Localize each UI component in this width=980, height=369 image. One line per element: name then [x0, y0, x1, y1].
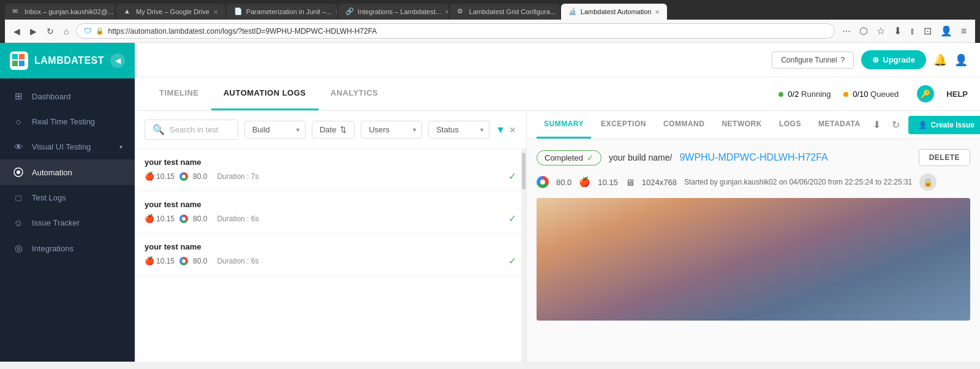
test-name-2: your test name [145, 200, 516, 209]
help-text[interactable]: HELP [946, 89, 968, 99]
test-status-2: ✓ [508, 213, 516, 224]
log-tab-actions: ⬇ ↻ 👤 Create Issue [870, 116, 980, 134]
search-icon: 🔍 [153, 124, 165, 135]
started-text: Started by gunjan.kaushik02 on 04/06/202… [684, 178, 912, 186]
build-id-link[interactable]: 9WPHU-MDPWC-HDLWH-H72FA [679, 152, 827, 163]
log-tab-network[interactable]: NETWORK [714, 111, 769, 139]
toolbar-actions: ··· ⬡ ☆ ⬇ ⫾ ⊡ 👤 ≡ [840, 24, 969, 38]
test-item-1[interactable]: your test name 🍎 10.15 80.0 Duration : 7… [135, 149, 526, 191]
browser-tab-4[interactable]: 🔗 Integrations – Lambdatest... ✕ [338, 4, 448, 20]
fullscreen-icon[interactable]: ⊡ [921, 24, 934, 38]
status-select[interactable]: Status [428, 121, 489, 139]
sidebar-item-real-time[interactable]: ○ Real Time Testing [0, 109, 135, 134]
tab-analytics[interactable]: ANALYTICS [318, 77, 391, 110]
home-button[interactable]: ⌂ [61, 24, 71, 39]
apple-icon-1: 🍎 [145, 172, 154, 181]
search-wrapper[interactable]: 🔍 [145, 120, 238, 140]
user-profile-icon[interactable]: 👤 [954, 53, 968, 67]
queued-dot [843, 92, 848, 97]
tab-timeline[interactable]: TIMELINE [147, 77, 211, 110]
configure-tunnel-button[interactable]: Configure Tunnel ? [772, 51, 854, 69]
download-icon[interactable]: ⬇ [891, 24, 904, 38]
tab-close-5[interactable]: ✕ [559, 9, 560, 15]
running-label: Running [801, 89, 831, 99]
browser-tab-6[interactable]: 🔬 Lambdatest Automation ✕ [561, 4, 668, 20]
tab-favicon-6: 🔬 [568, 7, 577, 16]
tabs-status: 0/2 Running 0/10 Queued 🔑 HELP [778, 85, 968, 102]
browser-tab-5[interactable]: ⚙ Lambdatest Grid Configura... ✕ [450, 4, 560, 20]
back-button[interactable]: ◀ [11, 24, 23, 39]
build-select[interactable]: Build [244, 121, 306, 139]
browser-tab-2[interactable]: ▲ My Drive – Google Drive ✕ [116, 4, 225, 20]
sidebar-item-label-test-logs: Test Logs [32, 193, 66, 202]
completed-label: Completed [545, 153, 583, 162]
sidebar-item-automation[interactable]: Automation [0, 159, 135, 185]
logo-home-icon[interactable] [10, 51, 28, 70]
date-sort-icon: ⇅ [340, 125, 347, 134]
upgrade-circle-icon: ⊕ [872, 55, 879, 64]
sidebar-item-dashboard[interactable]: ⊞ Dashboard [0, 83, 135, 109]
test-os-2: 🍎 10.15 [145, 214, 175, 223]
sidebar-item-integrations[interactable]: ◎ Integrations [0, 235, 135, 261]
key-icon[interactable]: 🔑 [917, 85, 934, 102]
sidebar-item-visual-ui[interactable]: 👁 Visual UI Testing ▾ [0, 134, 135, 159]
test-item-2[interactable]: your test name 🍎 10.15 80.0 Duration : 6… [135, 191, 526, 234]
browser-tab-1[interactable]: ✉ Inbox – gunjan.kaushik02@... ✕ [5, 4, 115, 20]
more-options-icon[interactable]: ··· [840, 25, 853, 38]
test-item-3[interactable]: your test name 🍎 10.15 80.0 Duration : 6… [135, 234, 526, 276]
search-input[interactable] [170, 125, 230, 134]
profile-icon[interactable]: 👤 [938, 24, 955, 38]
scroll-thumb[interactable] [522, 153, 526, 189]
log-tab-summary[interactable]: SUMMARY [537, 111, 591, 139]
forward-button[interactable]: ▶ [28, 24, 39, 39]
delete-button[interactable]: DELETE [919, 149, 970, 166]
os-version-detail: 10.15 [598, 178, 618, 187]
chrome-icon-3 [179, 257, 188, 265]
filter-funnel-icon[interactable]: ▼ [496, 124, 505, 135]
create-issue-button[interactable]: 👤 Create Issue [908, 116, 980, 134]
tab-label-5: Lambdatest Grid Configura... [469, 8, 556, 15]
tab-label-2: My Drive – Google Drive [136, 8, 209, 15]
test-list: your test name 🍎 10.15 80.0 Duration : 7… [135, 149, 526, 362]
sidebar-item-label-integrations: Integrations [32, 244, 74, 253]
browser-tab-3[interactable]: 📄 Parameterization in Junit –... ✕ [227, 4, 337, 20]
address-bar[interactable]: 🛡 🔒 https://automation.lambdatest.com/lo… [76, 23, 835, 39]
test-name-1: your test name [145, 158, 516, 167]
sidebar-item-test-logs[interactable]: □ Test Logs [0, 185, 135, 210]
date-label: Date [320, 125, 336, 134]
app-header: Configure Tunnel ? ⊕ Upgrade 🔔 👤 [135, 43, 980, 77]
pocket-icon[interactable]: ⬡ [857, 24, 870, 38]
sidebar-collapse-button[interactable]: ◀ [110, 53, 125, 68]
tab-label-6: Lambdatest Automation [581, 8, 652, 15]
scrollbar[interactable] [521, 149, 526, 362]
test-duration-2: Duration : 6s [217, 215, 258, 223]
browser-version-1: 80.0 [193, 172, 207, 181]
completed-check-icon: ✓ [587, 153, 594, 162]
browser-version-2: 80.0 [193, 215, 207, 223]
browser-chrome: ✉ Inbox – gunjan.kaushik02@... ✕ ▲ My Dr… [0, 0, 980, 43]
menu-icon[interactable]: ≡ [959, 25, 969, 38]
tab-close-2[interactable]: ✕ [213, 9, 218, 15]
reload-button[interactable]: ↻ [44, 24, 56, 39]
bookmark-icon[interactable]: ☆ [874, 24, 888, 38]
tab-close-3[interactable]: ✕ [335, 9, 337, 15]
sidebar: LAMBDATEST ◀ ⊞ Dashboard ○ Real Time Tes… [0, 43, 135, 362]
log-tab-exception[interactable]: EXCEPTION [594, 111, 654, 139]
tab-automation-logs[interactable]: AUTOMATION LOGS [211, 77, 318, 110]
library-icon[interactable]: ⫾ [908, 25, 918, 38]
sidebar-item-issue-tracker[interactable]: ☺ Issue Tracker [0, 210, 135, 235]
download-log-icon[interactable]: ⬇ [870, 116, 883, 133]
notifications-icon[interactable]: 🔔 [933, 53, 947, 67]
log-tab-logs[interactable]: LOGS [772, 111, 809, 139]
refresh-icon[interactable]: ↻ [889, 116, 902, 133]
queued-label: Queued [870, 89, 899, 99]
tab-close-6[interactable]: ✕ [655, 9, 660, 15]
log-tab-command[interactable]: COMMAND [656, 111, 712, 139]
log-tab-metadata[interactable]: METADATA [811, 111, 868, 139]
filter-clear-icon[interactable]: ✕ [509, 125, 516, 135]
users-select[interactable]: Users [361, 121, 422, 139]
date-filter[interactable]: Date ⇅ [312, 121, 355, 139]
upgrade-button[interactable]: ⊕ Upgrade [861, 50, 926, 69]
tab-close-4[interactable]: ✕ [445, 9, 448, 15]
automation-icon [12, 167, 24, 178]
